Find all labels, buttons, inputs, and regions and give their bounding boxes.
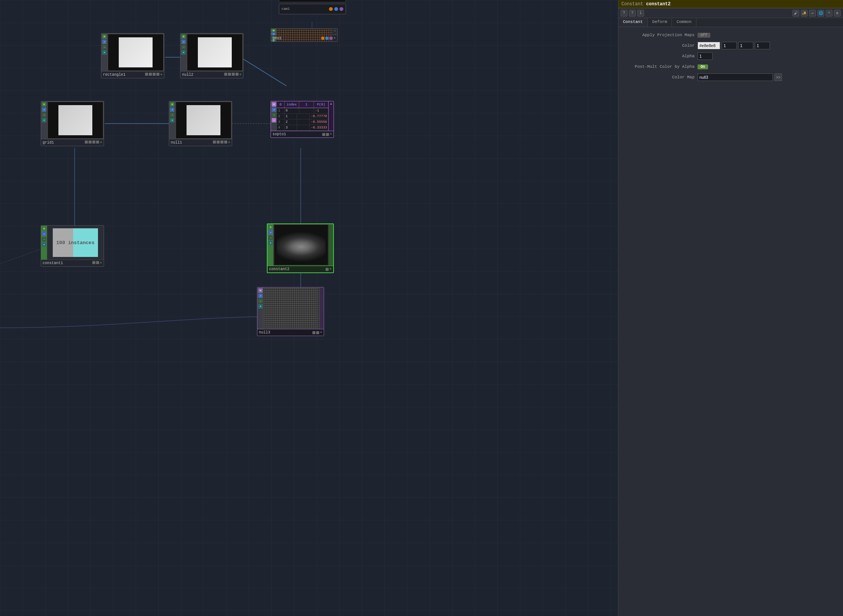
panel-tabs: Constant Deform Common [618,18,843,27]
null1-icon-1[interactable]: ↗ [170,107,174,112]
color-g-input[interactable] [738,42,753,49]
const2-plus[interactable]: + [329,267,332,271]
null3-name: null3 [259,330,270,335]
grid1-icon-1[interactable]: ↗ [42,107,46,112]
toolbar-gear-icon[interactable]: ⚙ [834,10,841,17]
toolbar-globe-icon[interactable]: 🌐 [817,10,824,17]
toolbar-magic-icon[interactable]: ✨ [801,10,808,17]
null1-icon-2[interactable]: → [170,113,174,117]
grid1-icon-2[interactable]: → [42,113,46,117]
rect1-icon-1[interactable]: ↗ [102,40,107,44]
node-null3[interactable]: ⚙ ↗ → ✦ null3 + [257,287,324,336]
node-grid1[interactable]: ⚙ ↗ → ✦ grid1 + [41,101,104,146]
null3-plus[interactable]: + [320,330,322,335]
const1-icon-gear[interactable]: ⚙ [42,226,46,231]
node-null1[interactable]: ⚙ ↗ → ✦ null1 + [169,101,232,146]
null1-icon-3[interactable]: ✦ [170,118,174,122]
geo1-side-arrow[interactable]: → [334,33,336,36]
tab-constant[interactable]: Constant [618,18,648,27]
null2-sq4 [236,73,239,76]
node-cam1[interactable]: cam1 ▶ fly [279,4,346,14]
null3-icon-gear[interactable]: ⚙ [258,288,263,293]
colormap-input[interactable] [698,73,773,81]
postmult-on-badge[interactable]: On [698,64,708,69]
prop-alpha-value [698,52,839,60]
sopto1-expand[interactable]: ▲ [330,102,332,106]
rect1-plus[interactable]: + [160,73,162,77]
null3-icon-2[interactable]: → [258,299,263,303]
rect1-icon-gear[interactable]: ⚙ [102,34,107,39]
const1-icon-3[interactable]: ✦ [42,242,46,247]
geo1-icon-gear[interactable]: ⚙ [271,29,276,32]
sopto1-sq2 [326,133,329,136]
const1-icon-2[interactable]: → [42,237,46,242]
rect1-icon-3[interactable]: ✦ [102,50,107,55]
null3-preview [263,287,319,329]
alpha-input[interactable] [698,52,713,60]
geo1-side-x[interactable]: × [334,29,336,32]
const2-icon-3[interactable]: ✦ [268,241,273,245]
node-rectangle1[interactable]: ⚙ ↗ → ✦ rectangle1 + [101,33,164,78]
node-geo1[interactable]: ⚙ ↗ → ↺ ✦ × → geo1 [271,28,338,42]
null2-icon-2[interactable]: → [181,45,186,49]
color-b-input[interactable] [755,42,770,49]
rect1-icon-2[interactable]: → [102,45,107,49]
prop-colormap-label: Color Map [622,75,698,79]
sopto1-plus[interactable]: + [330,132,332,136]
null1-icon-gear[interactable]: ⚙ [170,102,174,107]
null2-plus[interactable]: + [239,73,242,77]
geo1-icon-arrow1[interactable]: ↗ [271,32,276,35]
const2-name: constant2 [269,267,289,271]
sopto1-icon-gear[interactable]: ⚙ [272,102,276,107]
null2-icon-1[interactable]: ↗ [181,40,186,44]
node-sopto1[interactable]: ⚙ ↗ → ✦ 0 index 1 P(0) 1 [271,101,334,138]
canvas-area[interactable]: cam1 ▶ fly ⚙ ↗ → ↺ ✦ [0,0,618,616]
const1-icon-1[interactable]: ↗ [42,232,46,236]
sopto1-icon-2[interactable]: → [272,113,276,117]
toolbar-help-icon[interactable]: ? [621,10,627,17]
toolbar-plus-icon[interactable]: + [826,10,832,17]
toolbar-brush-icon[interactable]: 🖌 [793,10,799,17]
cam1-dot-blue [334,7,338,11]
const1-plus[interactable]: + [100,261,102,265]
sopto1-icon-3[interactable]: ✦ [272,118,276,122]
projection-maps-off-badge[interactable]: Off [698,33,710,38]
const2-icon-1[interactable]: ↗ [268,230,273,235]
null3-icon-1[interactable]: ↗ [258,293,263,298]
null1-plus[interactable]: + [228,141,230,145]
sopto1-icon-1[interactable]: ↗ [272,107,276,112]
const1-sq1 [92,261,95,264]
const2-icon-gear[interactable]: ⚙ [268,225,273,229]
rect1-sq4 [156,73,159,76]
panel-content: Apply Projection Maps Off Color Alpha P [618,27,843,87]
node-null2[interactable]: ⚙ ↗ → ✦ null2 + [180,33,243,78]
toolbar-rotate-icon[interactable]: ↩ [809,10,816,17]
prop-colormap-value: >> [698,73,839,81]
color-swatch-input[interactable] [698,42,720,49]
null3-icon-3[interactable]: ✦ [258,304,263,309]
grid1-icon-3[interactable]: ✦ [42,118,46,122]
node-constant1[interactable]: ⚙ ↗ → ✦ 100 instances constant1 + [41,225,104,267]
rect1-sq3 [153,73,156,76]
null1-sq3 [220,141,223,144]
tab-common[interactable]: Common [672,18,696,27]
null2-icon-3[interactable]: ✦ [181,50,186,55]
const2-sq1 [326,268,329,271]
null2-icon-gear[interactable]: ⚙ [181,34,186,39]
prop-postmult-label: Post-Mult Color by Alpha [622,64,698,69]
const2-preview [274,224,329,266]
toolbar-info-icon[interactable]: i [637,10,644,17]
toolbar-question-icon[interactable]: ? [629,10,636,17]
null1-preview [175,101,232,139]
panel-toolbar: ? ? i 🖌 ✨ ↩ 🌐 + ⚙ [618,8,843,18]
geo1-plus[interactable]: + [334,36,336,40]
grid1-plus[interactable]: + [100,141,102,145]
sopto1-col-p: 1 [299,101,314,108]
grid1-icon-gear[interactable]: ⚙ [42,102,46,107]
color-r-input[interactable] [722,42,737,49]
const2-icon-2[interactable]: → [268,235,273,240]
const2-right-bar [329,224,333,266]
tab-deform[interactable]: Deform [648,18,672,27]
node-constant2[interactable]: ⚙ ↗ → ✦ constant2 + [267,223,334,273]
colormap-arrow-btn[interactable]: >> [774,73,782,81]
